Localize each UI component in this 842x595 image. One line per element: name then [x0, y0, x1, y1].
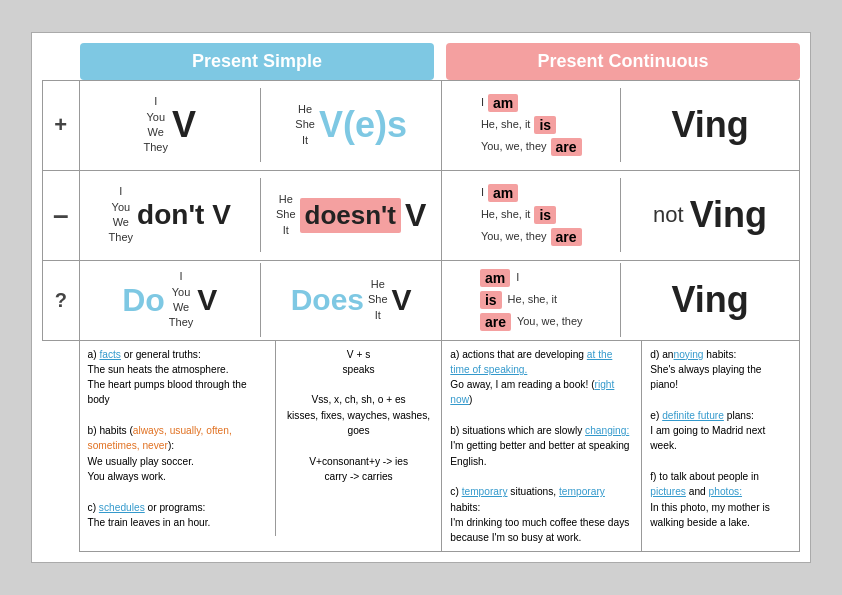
pronoun-you-we-they-q: You, we, they — [517, 314, 583, 329]
notes-simple-right: V + sspeaks Vss, x, ch, sh, o + eskisses… — [276, 341, 441, 537]
pronoun-he-she-it-q: He, she, it — [508, 292, 558, 307]
notes-cont-e: e) definite future plans:I am going to M… — [650, 408, 791, 454]
highlight-noying: noying — [674, 349, 704, 360]
continuous-plus-cell: I am He, she, it is You, we, they are — [442, 80, 800, 170]
highlight-speaking: at the time of speaking. — [450, 349, 612, 375]
am-box-minus: am — [488, 184, 518, 202]
continuous-q-cell: am I is He, she, it are You, we, they — [442, 260, 800, 340]
v-label-q-right: V — [392, 283, 412, 317]
pronoun-you-we-they-cont: You, we, they — [481, 139, 547, 154]
am-box: am — [488, 94, 518, 112]
continuous-q-right: Ving — [621, 263, 799, 337]
notes-cont-c: c) temporary situations, temporary habit… — [450, 484, 633, 545]
notes-vs: V + sspeaks — [284, 347, 433, 378]
main-container: Present Simple Present Continuous + IYou… — [31, 32, 811, 564]
highlight-right-now: right now — [450, 379, 614, 405]
pronoun-he-she-it-minus: He, she, it — [481, 207, 531, 222]
highlight-temporary1: temporary — [462, 486, 508, 497]
present-simple-header: Present Simple — [80, 43, 434, 80]
do-label: Do — [122, 282, 165, 319]
ving-label-plus: Ving — [671, 104, 748, 146]
notes-cont-f: f) to talk about people in pictures and … — [650, 469, 791, 530]
highlight-photos: photos: — [709, 486, 742, 497]
v-label-q-left: V — [197, 283, 217, 317]
ves-label: V(e)s — [319, 104, 407, 146]
main-table: + IYouWeThey V HeSheIt V(e)s — [42, 80, 800, 553]
continuous-q-left: am I is He, she, it are You, we, they — [442, 263, 621, 337]
question-sign: ? — [43, 260, 80, 340]
plus-sign: + — [43, 80, 80, 170]
v-label-minus: V — [405, 197, 426, 234]
notes-cont-b: b) situations which are slowly changing:… — [450, 423, 633, 469]
table-row-question: ? Do IYouWeThey V Does HeSheIt V — [43, 260, 800, 340]
pronouns-i-you-we-they: IYouWeThey — [143, 94, 167, 156]
continuous-minus-cell: I am He, she, it is You, we, they are — [442, 170, 800, 260]
simple-plus-cell: IYouWeThey V HeSheIt V(e)s — [79, 80, 442, 170]
notes-row: a) facts or general truths:The sun heats… — [43, 340, 800, 552]
continuous-minus-right: not Ving — [621, 178, 799, 252]
notes-vss: Vss, x, ch, sh, o + eskisses, fixes, way… — [284, 392, 433, 438]
notes-c: c) schedules or programs:The train leave… — [88, 500, 267, 531]
pronouns-i-you-we-they-q: IYouWeThey — [169, 269, 193, 331]
highlight-pictures: pictures — [650, 486, 686, 497]
simple-minus-cell: IYouWeThey don't V HeSheIt doesn't V — [79, 170, 442, 260]
notes-cont-a: a) actions that are developing at the ti… — [450, 347, 633, 408]
pronoun-i-q: I — [516, 270, 519, 285]
not-label: not — [653, 202, 684, 228]
pronoun-i-cont: I — [481, 95, 484, 110]
pronouns-i-you-we-they-minus: IYouWeThey — [109, 184, 133, 246]
notes-continuous-left: a) actions that are developing at the ti… — [442, 341, 642, 552]
dont-v-label: don't V — [137, 199, 231, 231]
headers-row: Present Simple Present Continuous — [42, 43, 800, 80]
are-box-minus: are — [551, 228, 582, 246]
are-box: are — [551, 138, 582, 156]
table-row-plus: + IYouWeThey V HeSheIt V(e)s — [43, 80, 800, 170]
is-box: is — [534, 116, 556, 134]
simple-minus-left: IYouWeThey don't V — [80, 178, 261, 252]
notes-continuous-right: d) annoying habits:She's always playing … — [642, 341, 799, 552]
present-continuous-header: Present Continuous — [446, 43, 800, 80]
notes-cont-d: d) annoying habits:She's always playing … — [650, 347, 791, 393]
pronoun-you-we-they-minus: You, we, they — [481, 229, 547, 244]
doesnt-box: doesn't — [300, 198, 401, 233]
notes-vcon: V+consonant+y -> iescarry -> carries — [284, 454, 433, 485]
notes-a: a) facts or general truths:The sun heats… — [88, 347, 267, 408]
notes-b: b) habits (always, usually, often, somet… — [88, 423, 267, 484]
ving-label-minus: Ving — [690, 194, 767, 236]
are-box-q: are — [480, 313, 511, 331]
simple-minus-right: HeSheIt doesn't V — [261, 178, 441, 252]
highlight-changing: changing: — [585, 425, 629, 436]
continuous-plus-left: I am He, she, it is You, we, they are — [442, 88, 621, 162]
simple-plus-left: IYouWeThey V — [80, 88, 261, 162]
continuous-minus-left: I am He, she, it is You, we, they are — [442, 178, 621, 252]
simple-plus-right: HeSheIt V(e)s — [261, 88, 441, 162]
v-label: V — [172, 104, 196, 146]
table-row-minus: – IYouWeThey don't V HeSheIt doesn't V — [43, 170, 800, 260]
ving-label-q: Ving — [671, 279, 748, 321]
is-box-minus: is — [534, 206, 556, 224]
am-box-q: am — [480, 269, 510, 287]
pronoun-i-minus: I — [481, 185, 484, 200]
pronouns-he-she-it-q: HeSheIt — [368, 277, 388, 323]
highlight-future: definite future — [662, 410, 724, 421]
notes-simple-left: a) facts or general truths:The sun heats… — [80, 341, 276, 537]
highlight-facts: facts — [99, 349, 121, 360]
highlight-temporary2: temporary — [559, 486, 605, 497]
simple-q-right: Does HeSheIt V — [261, 263, 441, 337]
pronouns-he-she-it: HeSheIt — [295, 102, 315, 148]
does-label: Does — [291, 283, 364, 317]
simple-q-left: Do IYouWeThey V — [80, 263, 261, 337]
is-box-q: is — [480, 291, 502, 309]
pronoun-he-she-it-cont: He, she, it — [481, 117, 531, 132]
simple-q-cell: Do IYouWeThey V Does HeSheIt V — [79, 260, 442, 340]
minus-sign: – — [43, 170, 80, 260]
highlight-schedules: schedules — [99, 502, 145, 513]
continuous-plus-right: Ving — [621, 88, 799, 162]
pronouns-he-she-it-minus: HeSheIt — [276, 192, 296, 238]
highlight-habits: always, usually, often, sometimes, never — [88, 425, 232, 451]
